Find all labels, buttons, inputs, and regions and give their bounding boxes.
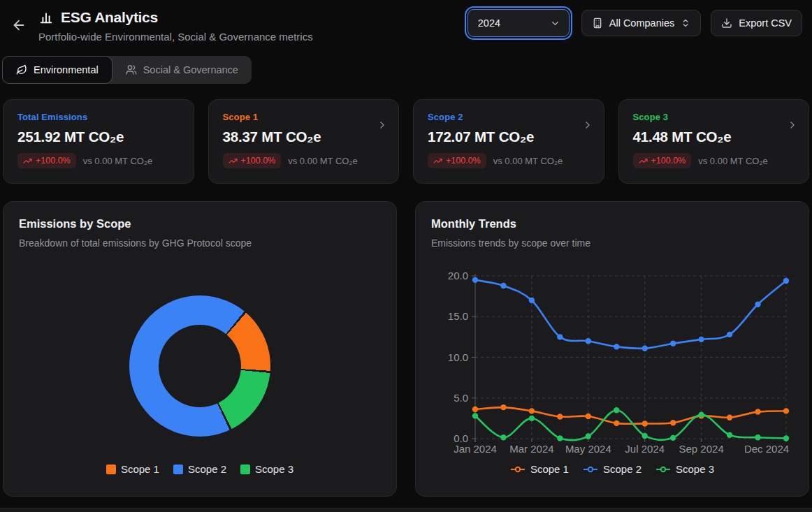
- legend-line-icon: [583, 465, 598, 474]
- svg-text:Dec 2024: Dec 2024: [744, 443, 789, 455]
- back-button[interactable]: [8, 15, 29, 36]
- comparison-text: vs 0.00 MT CO₂e: [83, 156, 152, 166]
- card-label: Scope 3: [633, 112, 795, 122]
- tab-environmental[interactable]: Environmental: [2, 56, 113, 84]
- card-scope-3[interactable]: Scope 3 41.48 MT CO₂e +100.0% vs 0.00 MT…: [618, 99, 810, 184]
- legend-line-icon: [510, 465, 525, 474]
- svg-text:Sep 2024: Sep 2024: [679, 443, 724, 455]
- tab-bar: Environmental Social & Governance: [2, 56, 252, 84]
- card-label: Scope 2: [428, 112, 590, 122]
- legend-item: Scope 1: [510, 463, 569, 475]
- trending-up-icon: [23, 156, 32, 166]
- export-csv-button[interactable]: Export CSV: [711, 10, 802, 36]
- comparison-text: vs 0.00 MT CO₂e: [493, 156, 563, 166]
- panel-title: Monthly Trends: [431, 217, 793, 231]
- page-subtitle: Portfolio-wide Environmental, Social & G…: [38, 31, 313, 43]
- change-badge: +100.0%: [223, 153, 282, 168]
- chevrons-up-down-icon: [681, 18, 690, 28]
- card-value: 251.92 MT CO₂e: [17, 129, 180, 145]
- legend-item: Scope 2: [173, 463, 226, 475]
- trending-up-icon: [639, 156, 648, 166]
- svg-text:10.0: 10.0: [448, 351, 468, 363]
- panel-subtitle: Emissions trends by scope over time: [431, 237, 793, 249]
- building-icon: [592, 17, 603, 29]
- year-select[interactable]: 2024: [467, 9, 570, 37]
- legend-label: Scope 3: [255, 463, 293, 475]
- leaf-icon: [16, 64, 27, 75]
- card-value: 172.07 MT CO₂e: [428, 129, 590, 145]
- trends-legend: Scope 1 Scope 2 Scope 3: [416, 463, 809, 475]
- change-badge: +100.0%: [633, 153, 692, 168]
- trending-up-icon: [229, 156, 238, 166]
- chart-panels: Emissions by Scope Breakdown of total em…: [3, 201, 809, 497]
- legend-item: Scope 3: [655, 463, 714, 475]
- chevron-right-icon[interactable]: [787, 119, 798, 131]
- change-value: +100.0%: [446, 156, 481, 166]
- legend-label: Scope 3: [676, 463, 714, 475]
- panel-title: Emissions by Scope: [19, 217, 381, 231]
- year-select-value: 2024: [478, 17, 500, 29]
- page-title: ESG Analytics: [61, 9, 158, 26]
- company-filter-label: All Companies: [609, 17, 675, 29]
- tab-social-governance-label: Social & Governance: [143, 64, 238, 75]
- svg-text:20.0: 20.0: [448, 272, 468, 281]
- card-label: Scope 1: [223, 112, 385, 122]
- svg-text:Jul 2024: Jul 2024: [625, 443, 665, 455]
- card-total-emissions: Total Emissions 251.92 MT CO₂e +100.0% v…: [3, 99, 194, 184]
- card-value: 38.37 MT CO₂e: [223, 129, 385, 145]
- export-csv-label: Export CSV: [739, 17, 792, 29]
- arrow-left-icon: [11, 17, 27, 33]
- legend-item: Scope 2: [583, 463, 641, 475]
- svg-text:5.0: 5.0: [454, 392, 468, 404]
- legend-swatch: [173, 465, 183, 474]
- card-scope-1[interactable]: Scope 1 38.37 MT CO₂e +100.0% vs 0.00 MT…: [208, 99, 400, 184]
- donut-chart: [129, 295, 270, 437]
- card-value: 41.48 MT CO₂e: [633, 129, 795, 145]
- card-scope-2[interactable]: Scope 2 172.07 MT CO₂e +100.0% vs 0.00 M…: [413, 99, 604, 184]
- donut-hole: [159, 325, 241, 407]
- legend-item: Scope 3: [240, 463, 293, 475]
- legend-label: Scope 2: [188, 463, 226, 475]
- metric-cards: Total Emissions 251.92 MT CO₂e +100.0% v…: [3, 99, 809, 184]
- legend-item: Scope 1: [106, 463, 159, 475]
- donut-legend: Scope 1Scope 2Scope 3: [3, 463, 396, 475]
- svg-text:Mar 2024: Mar 2024: [509, 443, 553, 455]
- footer-strip: [0, 508, 812, 512]
- tab-social-governance[interactable]: Social & Governance: [113, 56, 252, 84]
- svg-text:15.0: 15.0: [448, 310, 468, 322]
- card-label: Total Emissions: [17, 112, 180, 122]
- legend-swatch: [106, 465, 116, 474]
- monthly-trends-chart: 0.05.010.015.020.0Jan 2024Mar 2024May 20…: [431, 272, 805, 460]
- legend-label: Scope 1: [121, 463, 159, 475]
- change-value: +100.0%: [36, 156, 71, 166]
- chevron-right-icon[interactable]: [377, 119, 388, 131]
- trending-up-icon: [433, 156, 442, 166]
- bar-chart-icon: [38, 10, 54, 25]
- svg-text:May 2024: May 2024: [565, 443, 611, 455]
- svg-text:Jan 2024: Jan 2024: [454, 443, 497, 455]
- change-value: +100.0%: [651, 156, 686, 166]
- comparison-text: vs 0.00 MT CO₂e: [288, 156, 357, 166]
- emissions-by-scope-panel: Emissions by Scope Breakdown of total em…: [3, 201, 397, 497]
- legend-label: Scope 1: [530, 463, 569, 475]
- change-badge: +100.0%: [17, 153, 76, 168]
- chevron-right-icon[interactable]: [582, 119, 593, 131]
- topbar: ESG Analytics Portfolio-wide Environment…: [0, 0, 812, 43]
- company-filter-button[interactable]: All Companies: [581, 10, 702, 36]
- download-icon: [721, 17, 732, 29]
- legend-line-icon: [655, 465, 671, 474]
- legend-swatch: [240, 465, 250, 474]
- tab-environmental-label: Environmental: [34, 64, 99, 75]
- change-badge: +100.0%: [428, 153, 486, 168]
- panel-subtitle: Breakdown of total emissions by GHG Prot…: [19, 237, 381, 249]
- monthly-trends-panel: Monthly Trends Emissions trends by scope…: [415, 201, 809, 497]
- header-controls: 2024 All Companies Export CSV: [467, 8, 802, 37]
- change-value: +100.0%: [241, 156, 276, 166]
- comparison-text: vs 0.00 MT CO₂e: [698, 156, 767, 166]
- chevron-down-icon: [550, 18, 560, 29]
- users-icon: [126, 64, 137, 75]
- legend-label: Scope 2: [603, 463, 641, 475]
